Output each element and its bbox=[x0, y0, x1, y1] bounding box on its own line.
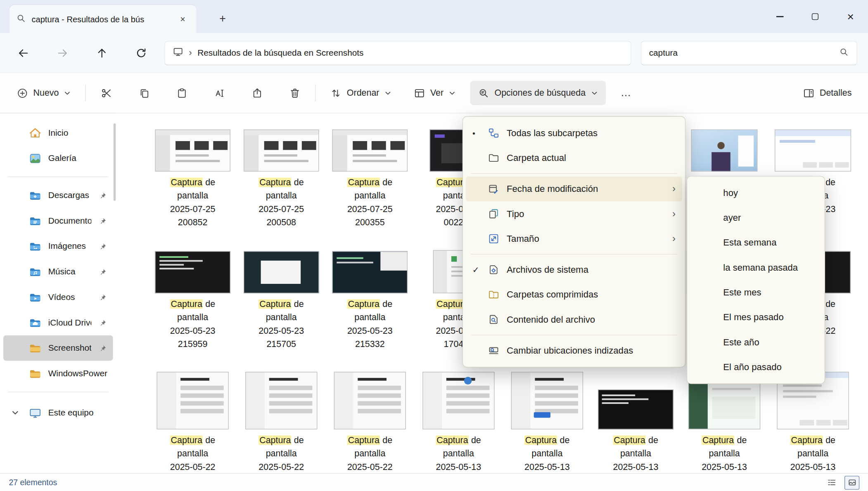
file-label: Captura de pantalla 2025-07-25 200852 bbox=[170, 176, 216, 229]
sidebar-item-m-sica[interactable]: Música bbox=[3, 259, 113, 285]
file-thumbnail[interactable] bbox=[155, 251, 230, 293]
file-thumbnail[interactable] bbox=[775, 130, 851, 172]
thumbnails-view-button[interactable] bbox=[844, 476, 859, 490]
search-box[interactable] bbox=[641, 41, 857, 65]
file-thumbnail[interactable] bbox=[155, 130, 230, 172]
file-thumbnail-wrap bbox=[691, 128, 758, 172]
sidebar-item-inicio[interactable]: Inicio bbox=[3, 120, 113, 146]
chevron-down-icon[interactable] bbox=[11, 408, 19, 417]
rename-button[interactable] bbox=[206, 81, 233, 105]
file-thumbnail[interactable] bbox=[244, 251, 319, 293]
file-item[interactable]: Captura de pantalla 2025-05-23 215705 bbox=[237, 250, 326, 351]
details-view-button[interactable] bbox=[824, 476, 839, 490]
new-button[interactable]: Nuevo bbox=[9, 81, 78, 105]
file-item[interactable]: Captura de pantalla 2025-05-13 bbox=[680, 372, 769, 473]
menu-item-tipo[interactable]: Tipo › bbox=[466, 201, 682, 226]
file-thumbnail[interactable] bbox=[598, 389, 673, 430]
file-item[interactable]: Captura de pantalla 2025-05-13 bbox=[414, 372, 503, 473]
date-filter-este-mes[interactable]: Este mes bbox=[690, 280, 822, 305]
share-button[interactable] bbox=[243, 81, 271, 105]
copy-button[interactable] bbox=[130, 81, 158, 105]
file-thumbnail[interactable] bbox=[332, 130, 408, 172]
menu-item-todas-las-subcarpetas[interactable]: ● Todas las subcarpetas bbox=[466, 120, 682, 145]
file-thumbnail[interactable] bbox=[245, 372, 317, 429]
search-term-highlight: Captura bbox=[347, 299, 380, 309]
more-options-button[interactable]: … bbox=[612, 81, 640, 105]
maximize-button[interactable] bbox=[797, 0, 833, 33]
file-item[interactable]: Captura de pantalla 2025-05-22 bbox=[237, 372, 326, 473]
address-bar[interactable]: › Resultados de la búsqueda en Screensho… bbox=[164, 41, 631, 65]
file-item[interactable]: Captura de pantalla 2025-07-25 200852 bbox=[148, 128, 237, 229]
menu-item-fecha-de-modificaci-n[interactable]: Fecha de modificación › bbox=[466, 177, 682, 201]
file-item[interactable]: Captura de pantalla 2025-05-22 bbox=[326, 372, 415, 473]
date-filter-este-a-o[interactable]: Este año bbox=[690, 330, 822, 354]
file-thumbnail[interactable] bbox=[334, 372, 406, 429]
search-term-highlight: Captura bbox=[436, 435, 469, 445]
file-item[interactable]: Captura de pantalla 2025-05-13 bbox=[503, 372, 592, 473]
sidebar-item-im-genes[interactable]: Imágenes bbox=[3, 234, 113, 259]
file-thumbnail[interactable] bbox=[332, 251, 408, 293]
menu-item-cambiar-ubicaciones-indizadas[interactable]: Cambiar ubicaciones indizadas bbox=[466, 338, 682, 363]
forward-button[interactable] bbox=[47, 41, 78, 65]
file-thumbnail[interactable] bbox=[157, 372, 229, 429]
date-filter-la-semana-pasada[interactable]: la semana pasada bbox=[690, 255, 822, 280]
search-term-highlight: Captura bbox=[790, 435, 823, 445]
up-button[interactable] bbox=[86, 41, 117, 65]
delete-button[interactable] bbox=[281, 81, 308, 105]
file-date: 2025-05-13 bbox=[702, 460, 747, 473]
sidebar-scrollbar[interactable] bbox=[114, 123, 116, 201]
new-tab-button[interactable]: + bbox=[213, 9, 232, 28]
view-icon bbox=[414, 87, 425, 99]
date-filter-esta-semana[interactable]: Esta semana bbox=[690, 230, 822, 255]
menu-item-carpetas-comprimidas[interactable]: Carpetas comprimidas bbox=[466, 282, 682, 307]
minimize-button[interactable] bbox=[762, 0, 797, 33]
back-button[interactable] bbox=[8, 41, 39, 65]
sidebar-item-icloud-drive[interactable]: iCloud Drive bbox=[3, 310, 113, 335]
file-item[interactable]: Captura de pantalla 2025-05-23 215332 bbox=[326, 250, 415, 351]
file-item[interactable]: Captura de pantalla 2025-05-13 bbox=[768, 372, 857, 473]
explorer-tab[interactable]: captura - Resultados de la bús × bbox=[9, 5, 197, 33]
search-options-button[interactable]: Opciones de búsqueda bbox=[470, 81, 605, 105]
view-button[interactable]: Ver bbox=[406, 81, 463, 105]
refresh-button[interactable] bbox=[126, 41, 157, 65]
menu-item-contenido-del-archivo[interactable]: Contenido del archivo bbox=[466, 307, 682, 332]
file-item[interactable]: Captura de pantalla 2025-05-13 bbox=[591, 372, 680, 473]
paste-button[interactable] bbox=[168, 81, 196, 105]
date-filter-el-a-o-pasado[interactable]: El año pasado bbox=[690, 355, 822, 380]
close-button[interactable]: × bbox=[833, 0, 868, 33]
sidebar-item-label: WindowsPowerS bbox=[48, 368, 107, 378]
menu-separator bbox=[471, 254, 677, 255]
date-filter-hoy[interactable]: hoy bbox=[690, 180, 822, 205]
cut-button[interactable] bbox=[92, 81, 120, 105]
file-item[interactable]: Captura de pantalla 2025-05-22 bbox=[148, 372, 237, 473]
date-filter-ayer[interactable]: ayer bbox=[690, 205, 822, 230]
sidebar-item-descargas[interactable]: Descargas bbox=[3, 183, 113, 208]
sidebar-separator bbox=[8, 177, 109, 177]
tab-close-icon[interactable]: × bbox=[175, 12, 190, 26]
sidebar-item-v-deos[interactable]: Vídeos bbox=[3, 284, 113, 310]
file-thumbnail[interactable] bbox=[691, 130, 758, 172]
sidebar-item-label: Descargas bbox=[48, 190, 92, 200]
file-item[interactable]: Captura de pantalla 2025-07-25 200355 bbox=[326, 128, 415, 229]
search-options-menu: ● Todas las subcarpetas Carpeta actual F… bbox=[462, 116, 685, 368]
date-filter-label: Este año bbox=[723, 337, 822, 347]
date-filter-label: ayer bbox=[723, 212, 822, 223]
menu-item-tama-o[interactable]: Tamaño › bbox=[466, 226, 682, 251]
sidebar-item-documentos[interactable]: Documentos bbox=[3, 208, 113, 234]
file-thumbnail[interactable] bbox=[511, 372, 583, 429]
sort-button[interactable]: Ordenar bbox=[323, 81, 399, 105]
details-button[interactable]: Detalles bbox=[795, 81, 859, 105]
search-input[interactable] bbox=[649, 48, 839, 58]
sidebar-item-screenshots[interactable]: Screenshots bbox=[3, 335, 113, 361]
search-icon[interactable] bbox=[839, 47, 849, 59]
sidebar-item-galer-a[interactable]: Galería bbox=[3, 146, 113, 171]
file-item[interactable]: Captura de pantalla 2025-05-23 215959 bbox=[148, 250, 237, 351]
file-thumbnail[interactable] bbox=[422, 372, 494, 429]
file-thumbnail[interactable] bbox=[244, 130, 319, 172]
menu-item-carpeta-actual[interactable]: Carpeta actual bbox=[466, 146, 682, 170]
sidebar-item-este-equipo[interactable]: Este equipo bbox=[3, 400, 113, 426]
sidebar-item-windowspowers[interactable]: WindowsPowerS bbox=[3, 361, 113, 386]
date-filter-el-mes-pasado[interactable]: El mes pasado bbox=[690, 305, 822, 330]
file-item[interactable]: Captura de pantalla 2025-07-25 200508 bbox=[237, 128, 326, 229]
menu-item-archivos-de-sistema[interactable]: ✓ Archivos de sistema bbox=[466, 257, 682, 282]
